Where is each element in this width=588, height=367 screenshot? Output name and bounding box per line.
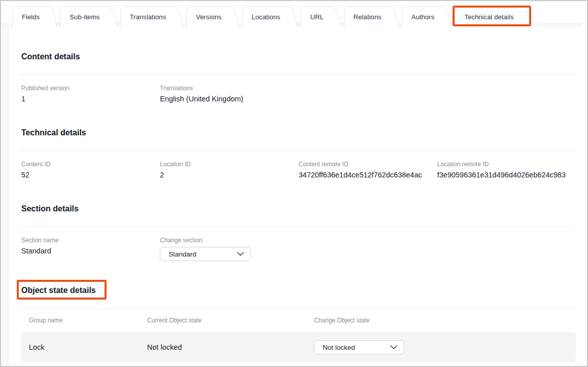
tab-fields[interactable]: Fields: [12, 6, 49, 27]
tab-label: URL: [310, 13, 323, 21]
section-divider: [21, 227, 576, 227]
tab-edge-curve: [175, 7, 184, 27]
tab-locations[interactable]: Locations: [242, 6, 290, 27]
select-value: Standard: [168, 250, 196, 258]
tab-edge-curve: [289, 7, 298, 27]
field-label: Translations: [160, 85, 298, 92]
field-label: Content remote ID: [299, 161, 437, 168]
tab-sub-items[interactable]: Sub-items: [60, 6, 109, 27]
tab-edge-curve: [109, 7, 118, 27]
column-header-current-object-state: Current Object state: [140, 317, 306, 324]
section-divider: [21, 308, 576, 309]
field-published-version: Published version 1: [21, 85, 160, 103]
tab-label: Authors: [411, 13, 435, 21]
field-content-id: Content ID 52: [21, 161, 160, 179]
object-state-details-heading: Object state details: [21, 285, 96, 295]
field-label: Content ID: [21, 161, 160, 168]
technical-details-panel: Content details Published version 1 Tran…: [1, 52, 587, 362]
field-label: Change section: [160, 237, 298, 244]
tab-edge-curve: [390, 7, 399, 27]
tab-edge-curve: [332, 7, 341, 27]
field-value: f3e90596361e31d496d4026eb624c983: [437, 171, 576, 179]
technical-details-fields: Content ID 52 Location ID 2 Content remo…: [21, 161, 576, 179]
tab-bar: Fields Sub-items Translations Versions L…: [1, 1, 587, 27]
section-details-fields: Section name Standard Change section Sta…: [21, 237, 576, 261]
field-value: 34720ff636e1d4ce512f762dc638e4ac: [299, 171, 437, 179]
section-divider: [21, 151, 576, 151]
column-header-group-name: Group name: [21, 317, 140, 324]
section-details-heading: Section details: [21, 204, 79, 213]
tab-authors[interactable]: Authors: [402, 6, 444, 27]
content-item-details-screen: Fields Sub-items Translations Versions L…: [0, 0, 588, 367]
field-value: 2: [160, 171, 298, 179]
field-label: Location ID: [160, 161, 298, 168]
tab-label: Versions: [196, 13, 222, 21]
tab-label: Technical details: [464, 13, 513, 21]
chevron-down-icon: [237, 252, 244, 256]
field-value: Standard: [21, 247, 160, 255]
field-section-name: Section name Standard: [21, 237, 160, 261]
field-translations: Translations English (United Kingdom): [160, 85, 298, 103]
object-state-table-header: Group name Current Object state Change O…: [21, 317, 576, 324]
tab-translations[interactable]: Translations: [120, 6, 176, 27]
tab-label: Translations: [130, 13, 166, 21]
tab-edge-curve: [48, 7, 57, 27]
tab-label: Relations: [354, 13, 382, 21]
field-value: 52: [21, 171, 160, 179]
tab-label: Locations: [252, 13, 281, 21]
tab-edge-curve: [523, 7, 532, 27]
content-details-fields: Published version 1 Translations English…: [21, 85, 576, 103]
tab-label: Fields: [22, 13, 40, 21]
change-object-state-select[interactable]: Not locked: [314, 340, 404, 354]
tab-edge-curve: [443, 7, 452, 27]
field-value: 1: [21, 95, 160, 103]
field-change-section: Change section Standard: [160, 237, 298, 261]
chevron-down-icon: [390, 345, 397, 349]
tab-relations[interactable]: Relations: [344, 6, 391, 27]
current-object-state-value: Not locked: [140, 343, 306, 351]
tab-versions[interactable]: Versions: [186, 6, 231, 27]
field-content-remote-id: Content remote ID 34720ff636e1d4ce512f76…: [299, 161, 437, 179]
tab-url[interactable]: URL: [300, 6, 332, 27]
section-divider: [21, 75, 576, 75]
table-row-lock: Lock Not locked Not locked: [21, 332, 576, 362]
tab-edge-curve: [230, 7, 239, 27]
change-section-select[interactable]: Standard: [160, 247, 251, 261]
field-label: Section name: [21, 237, 160, 244]
field-label: Published version: [21, 85, 160, 92]
tab-label: Sub-items: [70, 13, 99, 21]
field-label: Location remote ID: [437, 161, 576, 168]
select-value: Not locked: [323, 344, 355, 351]
change-object-state-cell: Not locked: [306, 340, 576, 354]
field-value: English (United Kingdom): [160, 95, 298, 103]
field-location-id: Location ID 2: [160, 161, 298, 179]
content-details-heading: Content details: [21, 52, 80, 61]
tab-technical-details[interactable]: Technical details: [455, 6, 523, 27]
field-location-remote-id: Location remote ID f3e90596361e31d496d40…: [437, 161, 576, 179]
column-header-change-object-state: Change Object state: [306, 317, 576, 324]
group-name-value: Lock: [21, 343, 140, 351]
technical-details-heading: Technical details: [21, 128, 86, 137]
